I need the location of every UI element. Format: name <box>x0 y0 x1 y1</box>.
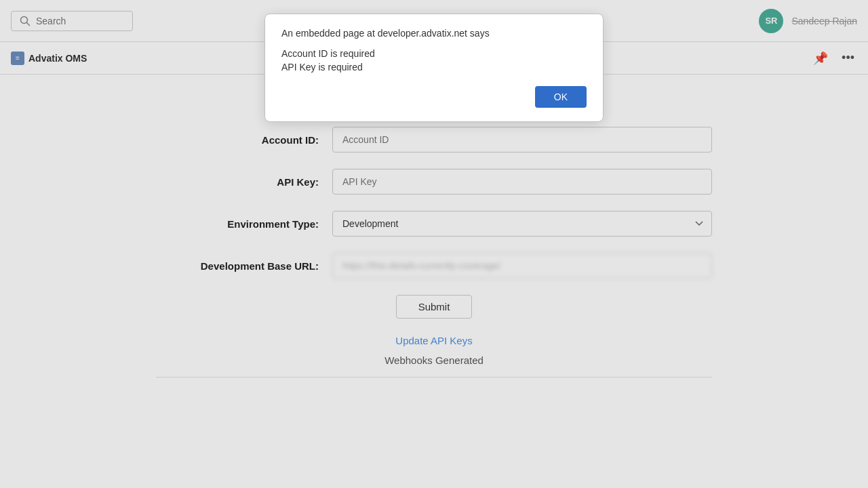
alert-dialog: An embedded page at developer.advatix.ne… <box>264 14 604 122</box>
dialog-message-2: API Key is required <box>281 62 587 73</box>
dialog-message-1: Account ID is required <box>281 48 587 59</box>
dialog-title: An embedded page at developer.advatix.ne… <box>281 28 587 39</box>
dialog-ok-button[interactable]: OK <box>535 86 587 108</box>
dialog-footer: OK <box>281 86 587 108</box>
dialog-overlay: An embedded page at developer.advatix.ne… <box>0 0 868 488</box>
